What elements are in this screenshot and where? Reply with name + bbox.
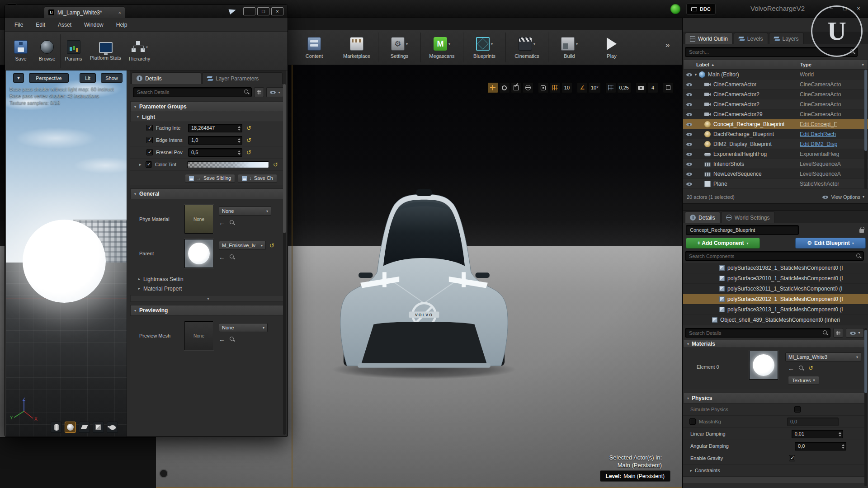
toolbar-button[interactable]: ▾ Cinematics [505,33,548,62]
outliner-actor-row[interactable]: Plane StaticMeshActor [683,179,868,189]
material-asset-tab[interactable]: U MI_Lamp_White3* × [44,6,125,18]
lock-icon[interactable] [859,229,864,233]
previewing-section-header[interactable]: ▾ Previewing [130,305,286,316]
actor-type[interactable]: Edit DachRech [800,131,836,137]
parent-material-thumbnail[interactable] [184,239,213,268]
tab-layer-parameters[interactable]: Layer Parameters [202,72,283,84]
simulate-physics-checkbox[interactable] [794,406,801,413]
tab-details[interactable]: Details [685,211,720,223]
launch-icon[interactable] [229,7,237,14]
actor-type[interactable]: Edit Concept_F [800,121,837,127]
maximize-button[interactable]: □ [839,4,851,13]
use-selected-asset-icon[interactable]: ← [219,337,225,342]
material-toolbar-button[interactable]: ▾ Save [8,34,34,68]
material-thumbnail[interactable] [749,351,778,380]
details-view-options-button[interactable]: ▾ [846,328,864,338]
physics-section-header[interactable]: ▾ Physics [683,393,866,404]
outliner-column-header[interactable]: Label ▲ Type ▾ [683,60,868,70]
material-toolbar-button[interactable]: ▾ Params [60,34,86,68]
tab-world-outliner[interactable]: World Outlin [685,33,733,44]
actor-type[interactable]: CineCameraActo [800,81,841,88]
visibility-eye-icon[interactable] [686,131,693,137]
edit-blueprint-button[interactable]: ⚙ Edit Blueprint ▾ [795,238,866,249]
material-preview-viewport[interactable]: Base pass shader without light map: 60 i… [6,70,127,436]
cube-preview-button[interactable] [93,422,104,433]
light-group-header[interactable]: ▾ Light [130,112,286,122]
save-child-button[interactable]: ↓ Save Ch [238,174,277,183]
property-matrix-button[interactable] [254,87,264,97]
preview-mesh-select[interactable]: None ▾ [219,323,268,332]
tab-material-details[interactable]: Details [132,72,201,84]
view-options-button[interactable]: View Options ▾ [822,194,864,200]
outliner-actor-row[interactable]: Concept_Recharge_Blueprint Edit Concept_… [683,119,868,129]
materials-section-header[interactable]: ▾ Materials [683,340,866,348]
outliner-actor-row[interactable]: DIM2_Display_Blueprint Edit DIM2_Disp [683,139,868,149]
tab-layers[interactable]: Layers [769,33,804,44]
tab-world-settings[interactable]: World Settings [721,211,775,223]
spinner-arrows-icon[interactable] [238,138,241,143]
enable-gravity-checkbox[interactable] [789,455,795,461]
outliner-actor-row[interactable]: CineCameraActor2 CineCameraActo [683,99,868,109]
outliner-actor-row[interactable]: NewLevelSequence LevelSequenceA [683,169,868,179]
actor-type[interactable]: LevelSequenceA [800,171,841,177]
toolbar-button[interactable]: ▾ Content [293,33,335,62]
tab-levels[interactable]: Levels [734,33,768,44]
outliner-search-input[interactable] [685,47,858,57]
outliner-actor-row[interactable]: CineCameraActor29 CineCameraActo [683,109,868,119]
scale-tool-button[interactable] [511,82,522,93]
actor-type[interactable]: ExponentialHeig [800,151,839,157]
general-section-header[interactable]: ▾ General [130,188,286,199]
scale-snap-value[interactable]: 0,25 [617,82,631,93]
rotation-snap-value[interactable]: 10° [589,82,601,93]
component-row[interactable]: polySurface32013_1_StaticMeshComponent0 … [683,305,868,315]
phys-material-thumbnail[interactable]: None [184,205,213,234]
outliner-actor-row[interactable]: ExponentialHeightFog ExponentialHeig [683,149,868,159]
browse-to-asset-icon[interactable] [798,365,804,371]
menu-item[interactable]: Asset [58,22,71,28]
material-select[interactable]: MI_Lamp_White3 ▾ [785,352,861,361]
actor-type[interactable]: CineCameraActo [800,91,841,98]
component-row[interactable]: polySurface32010_1_StaticMeshComponent0 … [683,273,868,284]
world-local-toggle[interactable] [523,82,533,93]
outliner-actor-row[interactable]: DachRecharge_Blueprint Edit DachRech [683,129,868,139]
material-toolbar-button[interactable]: ▾ Browse [34,34,60,68]
tab-close-icon[interactable]: × [118,10,121,15]
show-button[interactable]: Show [101,73,123,83]
preview-mesh-thumbnail[interactable]: None [184,321,213,350]
outliner-actor-row[interactable]: ▾ Main (Editor) World [683,70,868,80]
visibility-eye-icon[interactable] [686,101,693,108]
color-tint-swatch[interactable] [187,161,269,168]
cylinder-preview-button[interactable] [51,422,62,433]
window-minimize-button[interactable]: – [243,7,255,15]
actor-name-field[interactable] [686,225,799,235]
visibility-eye-icon[interactable] [686,71,693,78]
material-window-titlebar[interactable]: U MI_Lamp_White3* × – □ × [5,5,288,18]
level-badge[interactable]: Level: Main (Persistent) [600,470,670,482]
lit-mode-button[interactable]: Lit [80,73,96,83]
visibility-eye-icon[interactable] [686,81,693,88]
actor-type[interactable]: Edit DIM2_Disp [800,141,837,147]
visibility-eye-icon[interactable] [686,161,693,167]
angular-damping-input[interactable]: 0,0 [795,442,846,450]
visibility-eye-icon[interactable] [686,181,693,187]
ddc-button[interactable]: DDC [686,4,716,14]
menu-item[interactable]: File [14,22,23,28]
toolbar-overflow-button[interactable]: » [665,41,670,50]
actor-type[interactable]: StaticMeshActor [800,181,839,187]
details-search-input[interactable] [685,328,830,338]
material-toolbar-button[interactable]: ▾ Platform Stats [86,34,125,68]
visibility-eye-icon[interactable] [686,111,693,117]
reset-to-default-icon[interactable]: ↺ [808,365,813,371]
rotation-snap-button[interactable]: ∠ [577,82,588,93]
grid-snap-value[interactable]: 10 [561,82,572,93]
save-sibling-button[interactable]: → Save Sibling [185,174,235,183]
volvo-concept-car[interactable]: VOLVO [321,174,527,382]
parameter-override-checkbox[interactable] [146,149,153,155]
spinner-arrows-icon[interactable] [238,126,241,131]
toolbar-button[interactable]: ▾ Build [548,33,590,62]
plane-preview-button[interactable] [79,422,90,433]
mass-input[interactable]: 0,0 [787,418,839,426]
window-restore-button[interactable]: □ [257,7,269,15]
browse-to-asset-icon[interactable] [229,336,235,342]
parameter-groups-header[interactable]: ▾ Parameter Groups [130,101,286,112]
